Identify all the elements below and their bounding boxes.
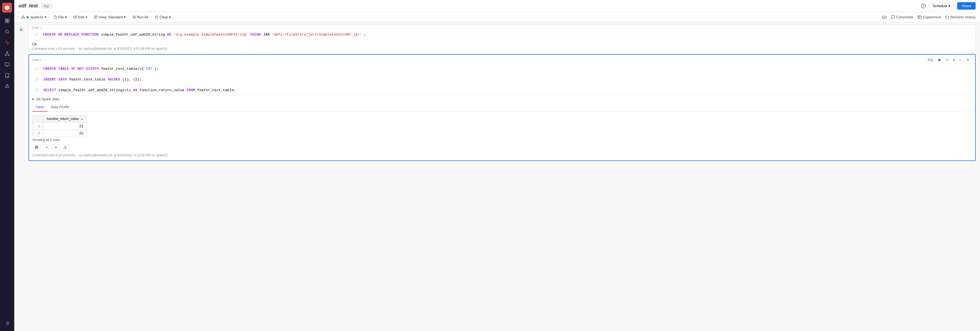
svg-line-27 bbox=[23, 16, 24, 17]
cluster-name: spark31 bbox=[30, 15, 43, 19]
revision-history-icon bbox=[945, 15, 949, 19]
sidebar-item-data[interactable] bbox=[2, 38, 12, 48]
cell-1-ok: OK bbox=[32, 42, 972, 46]
cell-2-minimize-button[interactable]: — bbox=[958, 57, 964, 62]
cell-1-code[interactable]: 1 CREATE OR REPLACE FUNCTION simple_feat… bbox=[29, 30, 975, 40]
cell-1-expand-button[interactable]: ▶ bbox=[19, 27, 24, 32]
cell-1-meta: Command took 1.43 seconds -- by xiazhu@l… bbox=[32, 47, 972, 51]
cell-2-container: Cmd 2 SQL ▶ ▾ — ✕ 1 CREA bbox=[14, 54, 980, 161]
cell-1-gutter: ▶ bbox=[14, 25, 29, 53]
svg-rect-3 bbox=[7, 21, 9, 23]
sidebar-item-settings[interactable] bbox=[2, 318, 12, 328]
row-1-num: 1 bbox=[33, 123, 44, 130]
toolbar-right: Comments Experiment Revision history bbox=[882, 15, 975, 19]
table-view-button[interactable] bbox=[32, 144, 41, 151]
run-all-button[interactable]: Run All bbox=[130, 14, 151, 20]
cell-2-sql-badge: SQL bbox=[926, 57, 935, 62]
more-options-button[interactable]: ▾ bbox=[52, 144, 59, 151]
code-text-4: JAR bbox=[263, 33, 272, 37]
cell-2-chart-button[interactable] bbox=[944, 57, 950, 63]
svg-line-26 bbox=[22, 16, 23, 17]
line-num-3: 3 bbox=[32, 88, 38, 93]
edit-button[interactable]: Edit ▾ bbox=[71, 14, 89, 20]
download-button[interactable] bbox=[61, 144, 69, 151]
svg-rect-4 bbox=[5, 21, 7, 23]
chart-view-button[interactable] bbox=[43, 144, 51, 151]
svg-point-24 bbox=[21, 17, 22, 18]
edit-icon bbox=[73, 15, 77, 19]
cell-2-chevron-down-button[interactable]: ▾ bbox=[952, 57, 956, 62]
view-button[interactable]: View: Standard ▾ bbox=[92, 14, 128, 20]
svg-rect-12 bbox=[5, 63, 9, 66]
comments-icon bbox=[891, 15, 895, 19]
table-actions: ▾ bbox=[32, 144, 972, 151]
cell-1: Cmd 1 1 CREATE OR REPLACE FUNCTION simpl… bbox=[29, 25, 975, 53]
bar-chart-icon bbox=[45, 146, 49, 149]
tab-table[interactable]: Table bbox=[32, 103, 48, 112]
view-icon bbox=[94, 15, 98, 19]
cell-1-output: OK Command took 1.43 seconds -- by xiazh… bbox=[29, 40, 975, 53]
svg-line-10 bbox=[6, 53, 7, 54]
svg-rect-2 bbox=[7, 19, 9, 21]
cell-2-code[interactable]: 1 CREATE TABLE IF NOT EXISTS feathr_test… bbox=[29, 64, 975, 95]
row-1-value: 21 bbox=[44, 123, 87, 130]
cell-2: Cmd 2 SQL ▶ ▾ — ✕ 1 CREA bbox=[29, 54, 975, 161]
line-num-2: 2 bbox=[32, 77, 38, 82]
kw-as: AS bbox=[167, 33, 171, 37]
row-2-value: 22 bbox=[44, 130, 87, 137]
svg-point-25 bbox=[24, 17, 25, 18]
svg-rect-33 bbox=[882, 16, 886, 18]
svg-line-6 bbox=[8, 33, 9, 33]
code-text-1: simple_feathr_udf_add20_string bbox=[100, 33, 167, 37]
svg-rect-28 bbox=[94, 16, 97, 19]
svg-rect-1 bbox=[5, 19, 7, 21]
sidebar-item-compute[interactable] bbox=[2, 60, 12, 70]
file-chevron-icon: ▾ bbox=[65, 15, 67, 19]
result-table-wrapper: function_return_value ▲ 1 21 2 bbox=[29, 112, 975, 160]
file-button[interactable]: File ▾ bbox=[51, 14, 69, 20]
row-2-num: 2 bbox=[33, 130, 44, 137]
file-icon bbox=[54, 15, 57, 19]
code-text-5: ; bbox=[364, 33, 366, 37]
experiment-button[interactable]: Experiment bbox=[918, 15, 941, 19]
schedule-button[interactable]: Schedule ▾ bbox=[929, 2, 954, 10]
toolbar: spark31 ▾ File ▾ Edit ▾ View: Standard ▾… bbox=[14, 12, 980, 22]
sidebar-item-workflows[interactable] bbox=[2, 49, 12, 59]
notebook-title: udf_test bbox=[19, 3, 38, 9]
view-chevron-icon: ▾ bbox=[124, 15, 126, 19]
cell-2-close-button[interactable]: ✕ bbox=[965, 57, 971, 62]
sidebar-item-experiments[interactable] bbox=[2, 82, 12, 92]
cell-2-label: Cmd 2 bbox=[32, 58, 41, 62]
app-logo bbox=[2, 3, 12, 13]
sidebar-item-catalog[interactable] bbox=[2, 71, 12, 81]
table-row: 2 22 bbox=[33, 130, 87, 137]
cluster-selector[interactable]: spark31 ▾ bbox=[19, 14, 49, 21]
cell-2-run-button[interactable]: ▶ bbox=[937, 57, 942, 62]
kw-create: CREATE OR REPLACE FUNCTION bbox=[43, 33, 99, 37]
share-button[interactable]: Share bbox=[957, 2, 975, 10]
svg-line-11 bbox=[7, 53, 8, 54]
svg-marker-32 bbox=[134, 16, 135, 17]
clock-icon bbox=[921, 3, 926, 8]
notebook-area: ▶ Cmd 1 1 CREATE OR REPLACE FUNCTION sim… bbox=[14, 22, 980, 331]
tab-data-profile[interactable]: Data Profile bbox=[48, 103, 73, 112]
svg-point-7 bbox=[6, 52, 8, 53]
edit-chevron-icon: ▾ bbox=[86, 15, 88, 19]
experiment-icon bbox=[918, 15, 922, 19]
table-row: 1 21 bbox=[33, 123, 87, 130]
clear-icon bbox=[155, 15, 158, 19]
revision-history-button[interactable]: Revision history bbox=[945, 15, 975, 19]
comments-button[interactable]: Comments bbox=[891, 15, 913, 19]
sidebar-item-home[interactable] bbox=[2, 16, 12, 26]
sidebar bbox=[0, 0, 14, 331]
clear-button[interactable]: Clear ▾ bbox=[153, 14, 173, 20]
topbar: udf_test SQL Schedule ▾ Share bbox=[14, 0, 980, 12]
sidebar-item-search[interactable] bbox=[2, 27, 12, 37]
clear-chevron-icon: ▾ bbox=[169, 15, 171, 19]
spark-jobs[interactable]: ▶ (9) Spark Jobs bbox=[29, 95, 975, 103]
showing-rows-text: Showing all 2 rows. bbox=[32, 138, 972, 142]
sort-icon[interactable]: ▲ bbox=[81, 117, 83, 120]
keyboard-shortcuts-button[interactable] bbox=[882, 15, 886, 19]
cell-1-container: ▶ Cmd 1 1 CREATE OR REPLACE FUNCTION sim… bbox=[14, 25, 980, 53]
run-all-icon bbox=[132, 15, 136, 19]
